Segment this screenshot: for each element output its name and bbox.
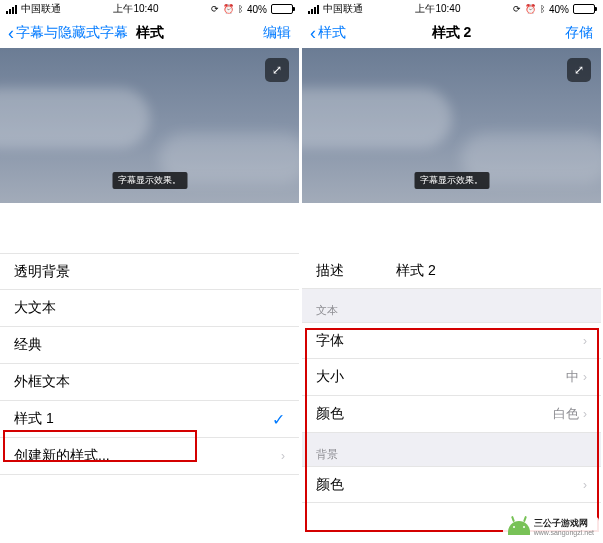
signal-icon — [308, 5, 319, 14]
expand-button[interactable]: ⤢ — [265, 58, 289, 82]
watermark-name: 三公子游戏网 — [534, 519, 594, 529]
description-label: 描述 — [316, 262, 396, 280]
text-color-row[interactable]: 颜色 白色 › — [302, 396, 601, 433]
carrier-label: 中国联通 — [21, 2, 61, 16]
section-header-text: 文本 — [302, 289, 601, 322]
android-icon — [508, 521, 530, 535]
alarm-icon: ⏰ — [525, 4, 536, 14]
expand-button[interactable]: ⤢ — [567, 58, 591, 82]
right-screenshot: 中国联通 上午10:40 ⟳ ⏰ ᛒ 40% ‹ 样式 样式 2 存储 ⤢ — [302, 0, 601, 543]
status-time: 上午10:40 — [415, 2, 460, 16]
create-new-style[interactable]: 创建新的样式... › — [0, 438, 299, 475]
chevron-left-icon: ‹ — [310, 24, 316, 42]
back-button[interactable]: ‹ 字幕与隐藏式字幕 — [8, 24, 128, 42]
battery-icon — [573, 4, 595, 14]
orientation-lock-icon: ⟳ — [513, 4, 521, 14]
description-row[interactable]: 描述 样式 2 — [302, 253, 601, 289]
bluetooth-icon: ᛒ — [540, 4, 545, 14]
edit-button[interactable]: 编辑 — [263, 24, 291, 42]
chevron-right-icon: › — [583, 478, 587, 492]
section-header-background: 背景 — [302, 433, 601, 466]
bluetooth-icon: ᛒ — [238, 4, 243, 14]
carrier-label: 中国联通 — [323, 2, 363, 16]
text-settings: 字体 › 大小 中 › 颜色 白色 › — [302, 322, 601, 433]
style-list: 透明背景 大文本 经典 外框文本 样式 1 ✓ 创建新的样式... › — [0, 253, 299, 475]
back-label: 样式 — [318, 24, 346, 42]
expand-icon: ⤢ — [574, 63, 584, 77]
battery-pct: 40% — [549, 4, 569, 15]
description-value: 样式 2 — [396, 262, 436, 280]
style-option-style1[interactable]: 样式 1 ✓ — [0, 401, 299, 438]
bg-color-row[interactable]: 颜色 › — [302, 466, 601, 503]
size-row[interactable]: 大小 中 › — [302, 359, 601, 396]
style-option-transparent-bg[interactable]: 透明背景 — [0, 253, 299, 290]
left-screenshot: 中国联通 上午10:40 ⟳ ⏰ ᛒ 40% ‹ 字幕与隐藏式字幕 样式 编辑 … — [0, 0, 299, 543]
style-option-classic[interactable]: 经典 — [0, 327, 299, 364]
caption-sample: 字幕显示效果。 — [112, 172, 187, 189]
checkmark-icon: ✓ — [272, 410, 285, 429]
save-button[interactable]: 存储 — [565, 24, 593, 42]
battery-pct: 40% — [247, 4, 267, 15]
status-time: 上午10:40 — [113, 2, 158, 16]
expand-icon: ⤢ — [272, 63, 282, 77]
style-option-large-text[interactable]: 大文本 — [0, 290, 299, 327]
chevron-left-icon: ‹ — [8, 24, 14, 42]
alarm-icon: ⏰ — [223, 4, 234, 14]
background-settings: 颜色 › — [302, 466, 601, 503]
chevron-right-icon: › — [583, 370, 587, 384]
back-button[interactable]: ‹ 样式 — [310, 24, 346, 42]
chevron-right-icon: › — [583, 334, 587, 348]
page-title: 样式 — [136, 24, 164, 42]
page-title: 样式 2 — [432, 24, 472, 42]
nav-bar: ‹ 样式 样式 2 存储 — [302, 18, 601, 48]
caption-preview: ⤢ 字幕显示效果。 — [302, 48, 601, 203]
font-row[interactable]: 字体 › — [302, 322, 601, 359]
watermark-url: www.sangongzi.net — [534, 529, 594, 537]
status-bar: 中国联通 上午10:40 ⟳ ⏰ ᛒ 40% — [0, 0, 299, 18]
battery-icon — [271, 4, 293, 14]
style-option-outline-text[interactable]: 外框文本 — [0, 364, 299, 401]
caption-sample: 字幕显示效果。 — [414, 172, 489, 189]
watermark: 三公子游戏网 www.sangongzi.net — [503, 517, 599, 539]
chevron-right-icon: › — [583, 407, 587, 421]
chevron-right-icon: › — [281, 449, 285, 463]
signal-icon — [6, 5, 17, 14]
caption-preview: ⤢ 字幕显示效果。 — [0, 48, 299, 203]
back-label: 字幕与隐藏式字幕 — [16, 24, 128, 42]
nav-bar: ‹ 字幕与隐藏式字幕 样式 编辑 — [0, 18, 299, 48]
orientation-lock-icon: ⟳ — [211, 4, 219, 14]
status-bar: 中国联通 上午10:40 ⟳ ⏰ ᛒ 40% — [302, 0, 601, 18]
